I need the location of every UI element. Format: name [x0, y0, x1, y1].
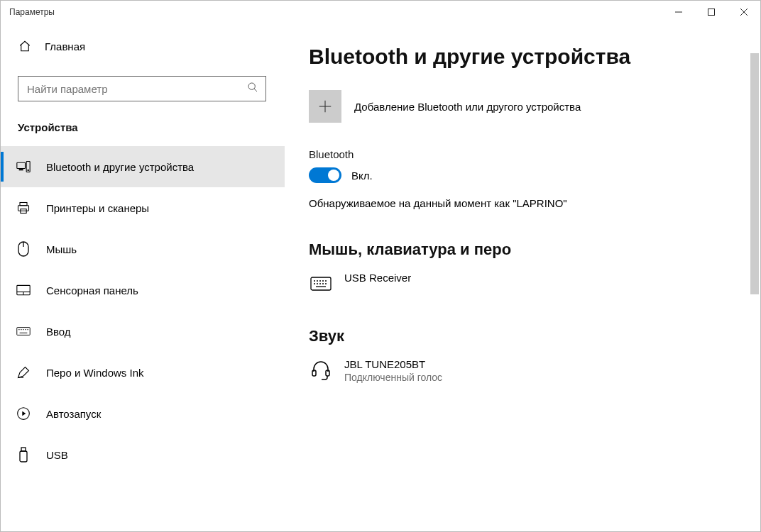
search-icon: [247, 82, 258, 96]
nav-label: Перо и Windows Ink: [46, 367, 144, 379]
svg-line-5: [254, 89, 257, 92]
toggle-state: Вкл.: [351, 170, 373, 182]
bluetooth-toggle[interactable]: [309, 167, 341, 183]
nav-label: Сенсорная панель: [46, 284, 138, 297]
svg-rect-28: [20, 451, 27, 462]
device-text: JBL TUNE205BT Подключенный голос: [344, 358, 442, 383]
printer-icon: [16, 201, 31, 215]
keyboard-device-icon: [309, 272, 333, 296]
svg-point-9: [28, 170, 28, 170]
nav-printers[interactable]: Принтеры и сканеры: [1, 187, 285, 228]
svg-marker-26: [22, 411, 26, 416]
svg-point-4: [248, 83, 255, 89]
usb-icon: [16, 448, 31, 462]
add-device-tile[interactable]: [309, 90, 341, 123]
device-jbl[interactable]: JBL TUNE205BT Подключенный голос: [309, 358, 732, 383]
devices-icon: [16, 160, 31, 174]
device-status: Подключенный голос: [344, 372, 442, 383]
mouse-icon: [16, 242, 31, 256]
nav-bluetooth[interactable]: Bluetooth и другие устройства: [1, 146, 285, 187]
window-title: Параметры: [9, 7, 55, 17]
home-label: Главная: [45, 40, 85, 52]
sidebar: Главная Устройства Bluetooth и другие ус…: [1, 23, 285, 531]
body: Главная Устройства Bluetooth и другие ус…: [1, 23, 760, 531]
plus-icon: [317, 99, 333, 114]
add-device-row[interactable]: Добавление Bluetooth или другого устройс…: [309, 90, 732, 123]
autoplay-icon: [16, 406, 31, 421]
category-title: Устройства: [1, 121, 285, 133]
svg-rect-6: [17, 162, 26, 168]
add-device-label: Добавление Bluetooth или другого устройс…: [354, 101, 581, 113]
window-controls: [662, 1, 760, 23]
nav-label: Принтеры и сканеры: [46, 202, 149, 214]
nav-label: Мышь: [46, 243, 77, 255]
svg-rect-18: [17, 328, 30, 336]
maximize-button[interactable]: [695, 1, 728, 23]
device-text: USB Receiver: [344, 272, 411, 284]
pen-icon: [16, 365, 31, 379]
discoverable-text: Обнаруживаемое на данный момент как "LAP…: [309, 197, 732, 209]
search-wrap: [1, 76, 285, 101]
device-usb-receiver[interactable]: USB Receiver: [309, 272, 732, 296]
keyboard-icon: [16, 324, 31, 338]
svg-rect-1: [708, 9, 715, 16]
home-link[interactable]: Главная: [1, 32, 285, 60]
close-button[interactable]: [728, 1, 760, 23]
home-icon: [18, 39, 32, 53]
bluetooth-label: Bluetooth: [309, 148, 732, 160]
section-mouse-heading: Мышь, клавиатура и перо: [309, 240, 732, 259]
nav-pen[interactable]: Перо и Windows Ink: [1, 352, 285, 393]
scroll-thumb[interactable]: [750, 53, 759, 294]
nav-label: Автозапуск: [46, 408, 101, 420]
search-input[interactable]: [18, 77, 265, 101]
scrollbar[interactable]: [749, 23, 760, 531]
nav-touchpad[interactable]: Сенсорная панель: [1, 270, 285, 311]
content: Bluetooth и другие устройства Добавление…: [285, 23, 760, 531]
section-sound-heading: Звук: [309, 327, 732, 345]
svg-rect-27: [21, 448, 26, 451]
svg-rect-11: [18, 206, 29, 211]
search-box[interactable]: [18, 76, 266, 101]
minimize-button[interactable]: [662, 1, 695, 23]
touchpad-icon: [16, 283, 31, 297]
svg-rect-7: [19, 170, 23, 170]
nav-label: USB: [46, 449, 68, 461]
page-title: Bluetooth и другие устройства: [309, 45, 732, 69]
bluetooth-toggle-row: Вкл.: [309, 167, 732, 183]
headset-icon: [309, 358, 333, 382]
titlebar: Параметры: [1, 1, 760, 23]
nav-usb[interactable]: USB: [1, 434, 285, 475]
nav-label: Ввод: [46, 326, 71, 338]
window-title-text: Параметры: [9, 7, 55, 17]
nav-autoplay[interactable]: Автозапуск: [1, 393, 285, 434]
settings-window: Параметры Главная: [0, 0, 761, 532]
nav: Bluetooth и другие устройства Принтеры и…: [1, 146, 285, 475]
device-name: USB Receiver: [344, 272, 411, 284]
device-name: JBL TUNE205BT: [344, 358, 442, 370]
nav-mouse[interactable]: Мышь: [1, 228, 285, 270]
nav-label: Bluetooth и другие устройства: [46, 161, 194, 173]
nav-typing[interactable]: Ввод: [1, 311, 285, 352]
svg-rect-10: [20, 203, 27, 206]
